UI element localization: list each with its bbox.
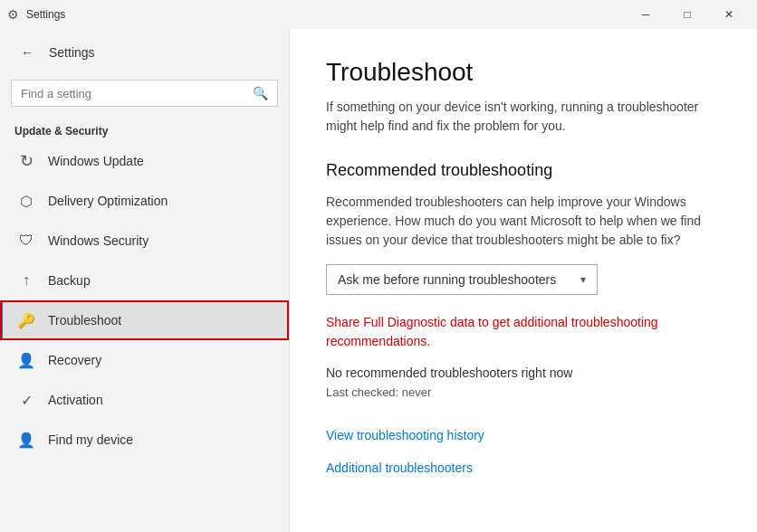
- nav-label-backup: Backup: [48, 273, 91, 288]
- titlebar-title: Settings: [26, 8, 625, 21]
- main-panel: Troubleshoot If something on your device…: [290, 29, 757, 532]
- sidebar-item-windows-update[interactable]: ↻ Windows Update: [0, 141, 289, 181]
- section-label: Update & Security: [0, 118, 289, 141]
- nav-label-recovery: Recovery: [48, 353, 101, 367]
- nav-label-windows-security: Windows Security: [48, 233, 149, 248]
- nav-label-troubleshoot: Troubleshoot: [48, 313, 121, 328]
- search-input[interactable]: [21, 87, 247, 100]
- titlebar-controls: ─ □ ✕: [625, 0, 750, 29]
- sidebar: ← Settings 🔍 Update & Security ↻ Windows…: [0, 29, 290, 532]
- key-icon: 🔑: [17, 311, 35, 329]
- recommended-desc: Recommended troubleshooters can help imp…: [326, 193, 715, 250]
- page-title: Troubleshoot: [326, 58, 721, 87]
- search-icon: 🔍: [253, 86, 268, 100]
- sidebar-item-troubleshoot[interactable]: 🔑 Troubleshoot: [0, 300, 289, 340]
- search-box[interactable]: 🔍: [11, 80, 278, 107]
- back-button[interactable]: ←: [14, 40, 40, 65]
- sidebar-title: Settings: [49, 45, 95, 60]
- settings-icon: ⚙: [7, 7, 19, 22]
- sidebar-header: ← Settings: [0, 29, 289, 76]
- dropdown-value: Ask me before running troubleshooters: [338, 272, 556, 287]
- backup-icon: ↑: [17, 271, 35, 290]
- delivery-icon: ⬡: [17, 192, 35, 210]
- shield-icon: 🛡: [17, 232, 35, 250]
- page-description: If something on your device isn't workin…: [326, 98, 715, 136]
- troubleshoot-dropdown[interactable]: Ask me before running troubleshooters ▾: [326, 264, 598, 295]
- nav-label-delivery-optimization: Delivery Optimization: [48, 194, 168, 208]
- find-device-icon: 👤: [17, 431, 35, 449]
- sidebar-item-find-my-device[interactable]: 👤 Find my device: [0, 420, 289, 460]
- recovery-icon: 👤: [17, 351, 35, 369]
- recommended-heading: Recommended troubleshooting: [326, 161, 721, 180]
- sidebar-item-delivery-optimization[interactable]: ⬡ Delivery Optimization: [0, 181, 289, 221]
- chevron-down-icon: ▾: [580, 273, 586, 286]
- close-button[interactable]: ✕: [708, 0, 750, 29]
- titlebar: ⚙ Settings ─ □ ✕: [0, 0, 757, 29]
- refresh-icon: ↻: [17, 152, 35, 170]
- last-checked-text: Last checked: never: [326, 385, 721, 399]
- sidebar-item-activation[interactable]: ✓ Activation: [0, 380, 289, 420]
- nav-label-windows-update: Windows Update: [48, 154, 144, 168]
- minimize-button[interactable]: ─: [625, 0, 666, 29]
- app-body: ← Settings 🔍 Update & Security ↻ Windows…: [0, 29, 757, 532]
- nav-label-find-my-device: Find my device: [48, 432, 133, 447]
- additional-troubleshooters-link[interactable]: Additional troubleshooters: [326, 461, 721, 475]
- activation-icon: ✓: [17, 391, 35, 409]
- view-history-link[interactable]: View troubleshooting history: [326, 428, 721, 442]
- share-diagnostic-link[interactable]: Share Full Diagnostic data to get additi…: [326, 313, 715, 351]
- no-troubleshooters-text: No recommended troubleshooters right now: [326, 366, 721, 380]
- sidebar-item-recovery[interactable]: 👤 Recovery: [0, 340, 289, 380]
- sidebar-item-windows-security[interactable]: 🛡 Windows Security: [0, 221, 289, 261]
- maximize-button[interactable]: □: [666, 0, 708, 29]
- sidebar-item-backup[interactable]: ↑ Backup: [0, 261, 289, 300]
- nav-label-activation: Activation: [48, 393, 103, 407]
